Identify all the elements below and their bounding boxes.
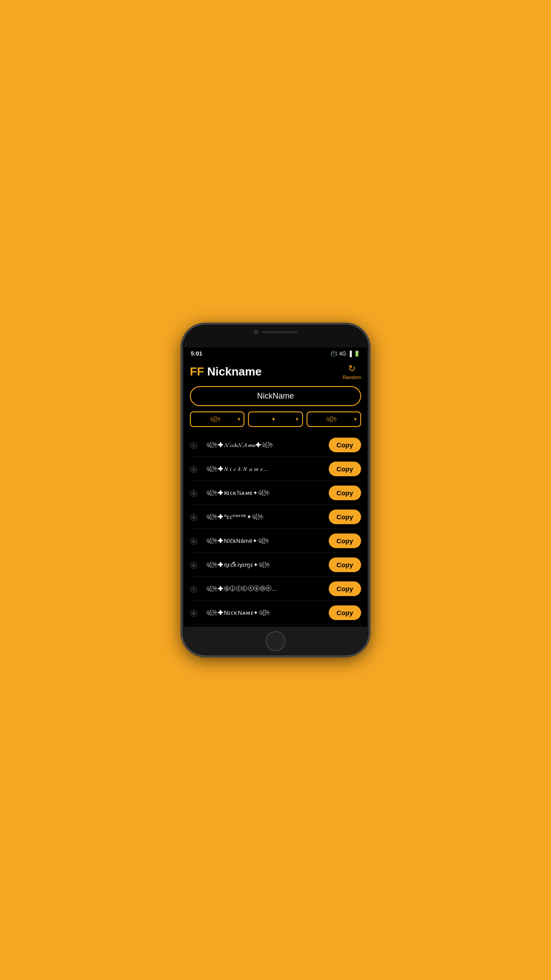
nickname-text-2: ꧁꧂✦𝑁 𝑖 𝑐 𝑘 𝑁 𝑎 𝑚 𝑒... xyxy=(206,466,325,473)
random-button[interactable]: ↻ Random xyxy=(342,363,361,380)
app-content: FF Nickname ↻ Random ꧁꧂ ▼ ✦ ▼ xyxy=(184,359,367,627)
list-item: 5 ꧁꧂✦NïčkNämë✦꧁꧂ Copy xyxy=(190,529,361,553)
chevron-down-icon-middle: ▼ xyxy=(295,417,299,422)
phone-frame: 5:01 📳 4G ▐ 🔋 FF Nickname ↻ Random xyxy=(182,324,369,656)
signal-icon: 4G xyxy=(339,351,346,357)
random-label: Random xyxy=(342,375,361,380)
home-button[interactable] xyxy=(266,631,286,651)
copy-button-6[interactable]: Copy xyxy=(329,557,362,572)
filter-left-text: ꧁꧂ xyxy=(193,416,236,423)
list-item: 7 ꧁꧂✦Ⓝⓘⓒⓚⓝⓐⓜⓔ... Copy xyxy=(190,577,361,601)
copy-button-7[interactable]: Copy xyxy=(329,581,362,596)
nickname-text-1: ꧁꧂✦𝓝𝓲𝓬𝓴𝓝𝓐𝓶𝓮✦꧁꧂ xyxy=(206,442,325,449)
chevron-down-icon-right: ▼ xyxy=(353,417,358,422)
list-item: 1 ꧁꧂✦𝓝𝓲𝓬𝓴𝓝𝓐𝓶𝓮✦꧁꧂ Copy xyxy=(190,433,361,457)
nickname-text-4: ꧁꧂✦ᴺɪᴄᴷᴺᴬᴹᴱ✦꧁꧂ xyxy=(206,514,325,520)
list-item: 4 ꧁꧂✦ᴺɪᴄᴷᴺᴬᴹᴱ✦꧁꧂ Copy xyxy=(190,505,361,529)
status-icons: 📳 4G ▐ 🔋 xyxy=(331,351,360,357)
nickname-text-6: ꧁꧂✦ɳɪƈƙɳαɱε✦꧁꧂ xyxy=(206,561,325,568)
nickname-list: 1 ꧁꧂✦𝓝𝓲𝓬𝓴𝓝𝓐𝓶𝓮✦꧁꧂ Copy 2 ꧁꧂✦𝑁 𝑖 𝑐 𝑘 𝑁 𝑎 𝑚… xyxy=(190,433,361,627)
list-item: 9 ꧁꧂✦NɪᴄᴋNᴀᴍᴇ✦꧁꧂ Copy xyxy=(190,625,361,627)
app-header: FF Nickname ↻ Random xyxy=(190,363,361,380)
nickname-text-7: ꧁꧂✦Ⓝⓘⓒⓚⓝⓐⓜⓔ... xyxy=(206,585,325,592)
filter-dropdown-right[interactable]: ꧁꧂ ▼ xyxy=(307,411,361,427)
app-title: FF Nickname xyxy=(190,365,262,379)
copy-button-1[interactable]: Copy xyxy=(329,438,362,452)
speaker-bar xyxy=(262,331,297,333)
item-number-7: 7 xyxy=(190,585,206,593)
item-number-3: 3 xyxy=(190,489,206,497)
item-number-4: 4 xyxy=(190,513,206,521)
title-label: Nickname xyxy=(204,365,262,378)
status-bar: 5:01 📳 4G ▐ 🔋 xyxy=(184,348,367,359)
notch-area xyxy=(254,330,297,334)
status-time: 5:01 xyxy=(191,350,202,357)
camera-dot xyxy=(254,330,258,334)
item-number-6: 6 xyxy=(190,561,206,569)
filter-dropdown-middle[interactable]: ✦ ▼ xyxy=(248,411,303,427)
filter-dropdown-left[interactable]: ꧁꧂ ▼ xyxy=(190,411,244,427)
copy-button-4[interactable]: Copy xyxy=(329,510,362,524)
copy-button-3[interactable]: Copy xyxy=(329,486,362,500)
copy-button-8[interactable]: Copy xyxy=(329,605,362,620)
filter-middle-text: ✦ xyxy=(252,416,295,423)
list-item: 3 ꧁꧂✦ℕɪᴄᴋℕᴀᴍᴇ✦꧁꧂ Copy xyxy=(190,481,361,505)
random-icon: ↻ xyxy=(348,363,356,374)
list-item: 6 ꧁꧂✦ɳɪƈƙɳαɱε✦꧁꧂ Copy xyxy=(190,553,361,577)
copy-button-2[interactable]: Copy xyxy=(329,462,362,476)
item-number-5: 5 xyxy=(190,537,206,545)
list-item: 8 ꧁꧂✦NɪᴄᴋNᴀᴍᴇ✦꧁꧂ Copy xyxy=(190,601,361,625)
nickname-input-row xyxy=(190,386,361,406)
nickname-input[interactable] xyxy=(190,386,361,406)
nickname-text-3: ꧁꧂✦ℕɪᴄᴋℕᴀᴍᴇ✦꧁꧂ xyxy=(206,490,325,496)
item-number-2: 2 xyxy=(190,465,206,473)
nickname-text-8: ꧁꧂✦NɪᴄᴋNᴀᴍᴇ✦꧁꧂ xyxy=(206,609,325,616)
item-number-8: 8 xyxy=(190,609,206,617)
list-item: 2 ꧁꧂✦𝑁 𝑖 𝑐 𝑘 𝑁 𝑎 𝑚 𝑒... Copy xyxy=(190,457,361,481)
battery-icon: 🔋 xyxy=(354,351,360,357)
item-number-1: 1 xyxy=(190,441,206,449)
chevron-down-icon-left: ▼ xyxy=(236,417,241,422)
filter-right-text: ꧁꧂ xyxy=(310,416,353,423)
nickname-text-5: ꧁꧂✦NïčkNämë✦꧁꧂ xyxy=(206,537,325,544)
ff-label: FF xyxy=(190,365,204,378)
copy-button-5[interactable]: Copy xyxy=(329,533,362,548)
vibrate-icon: 📳 xyxy=(331,351,337,357)
filter-row: ꧁꧂ ▼ ✦ ▼ ꧁꧂ ▼ xyxy=(190,411,361,427)
screen: 5:01 📳 4G ▐ 🔋 FF Nickname ↻ Random xyxy=(184,348,367,627)
wifi-icon: ▐ xyxy=(348,351,352,357)
